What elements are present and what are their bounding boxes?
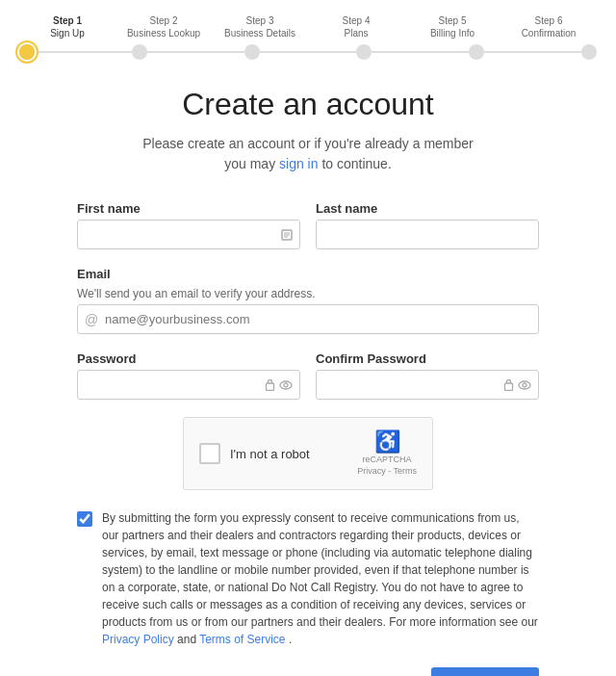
recaptcha-left: I'm not a robot xyxy=(199,443,310,464)
page-subtitle: Please create an account or if you're al… xyxy=(77,134,539,174)
track-1-2 xyxy=(35,51,132,53)
continue-row: Continue xyxy=(77,667,539,676)
consent-period: . xyxy=(289,633,292,646)
step-3: Step 3 Business Details xyxy=(212,15,308,39)
consent-row: By submitting the form you expressly con… xyxy=(77,509,539,648)
subtitle-part2: you may xyxy=(224,156,275,171)
last-name-group: Last name xyxy=(316,201,539,249)
terms-of-service-link[interactable]: Terms of Service xyxy=(199,633,285,646)
step-1-circle xyxy=(19,44,35,60)
email-label: Email xyxy=(77,267,539,281)
recaptcha-links[interactable]: Privacy - Terms xyxy=(357,466,417,476)
step-1: Step 1 Sign Up xyxy=(19,15,116,39)
step-5-circle xyxy=(469,44,484,60)
confirm-password-icons[interactable] xyxy=(503,378,531,391)
step-6-circle xyxy=(581,44,597,60)
last-name-label: Last name xyxy=(316,201,539,216)
svg-rect-7 xyxy=(505,383,513,391)
password-row: Password Confirm Password xyxy=(77,351,539,400)
last-name-input-wrapper xyxy=(316,220,539,249)
recaptcha-box[interactable]: I'm not a robot ♿ reCAPTCHA Privacy - Te… xyxy=(183,417,433,490)
email-input[interactable] xyxy=(77,304,539,334)
step-3-name: Business Details xyxy=(224,28,295,39)
recaptcha-logo: ♿ reCAPTCHA Privacy - Terms xyxy=(357,431,417,476)
confirm-password-label: Confirm Password xyxy=(316,351,539,366)
first-name-icon xyxy=(281,229,293,241)
track-5-6 xyxy=(484,51,581,53)
consent-and: and xyxy=(177,633,199,646)
subtitle-part1: Please create an account or if you're al… xyxy=(142,136,474,151)
recaptcha-label: I'm not a robot xyxy=(230,447,310,461)
step-3-number: Step 3 xyxy=(246,15,274,26)
first-name-group: First name xyxy=(77,201,300,249)
email-hint: We'll send you an email to verify your a… xyxy=(77,287,539,300)
step-4-circle xyxy=(356,44,372,60)
step-2-number: Step 2 xyxy=(150,15,178,26)
step-6: Step 6 Confirmation xyxy=(500,15,597,39)
recaptcha-checkbox[interactable] xyxy=(199,443,220,464)
first-name-input[interactable] xyxy=(77,220,300,249)
consent-checkbox[interactable] xyxy=(77,511,92,527)
consent-body: By submitting the form you expressly con… xyxy=(102,511,538,629)
email-row: Email We'll send you an email to verify … xyxy=(77,267,539,334)
step-4-number: Step 4 xyxy=(343,15,371,26)
main-form-area: Create an account Please create an accou… xyxy=(0,67,616,676)
step-1-number: Step 1 xyxy=(53,15,82,26)
svg-rect-4 xyxy=(267,383,274,391)
step-6-name: Confirmation xyxy=(522,28,577,39)
step-4-name: Plans xyxy=(344,28,368,39)
password-label: Password xyxy=(77,351,300,366)
confirm-password-input-wrapper xyxy=(316,370,539,400)
track-2-3 xyxy=(147,51,244,53)
at-icon: @ xyxy=(85,312,98,327)
step-4: Step 4 Plans xyxy=(308,15,404,39)
first-name-label: First name xyxy=(77,201,300,216)
page-title: Create an account xyxy=(77,87,539,122)
step-5: Step 5 Billing Info xyxy=(404,15,500,39)
svg-point-6 xyxy=(284,383,288,387)
consent-text: By submitting the form you expressly con… xyxy=(102,509,539,648)
recaptcha-brand: reCAPTCHA xyxy=(363,455,412,464)
subtitle-part3: to continue. xyxy=(321,156,391,171)
email-input-wrapper: @ xyxy=(77,304,539,334)
first-name-input-wrapper xyxy=(77,220,300,249)
recaptcha-logo-icon: ♿ xyxy=(374,431,400,453)
step-5-number: Step 5 xyxy=(439,15,467,26)
progress-bar: Step 1 Sign Up Step 2 Business Lookup St… xyxy=(0,0,616,67)
step-2: Step 2 Business Lookup xyxy=(116,15,212,39)
privacy-policy-link[interactable]: Privacy Policy xyxy=(102,633,174,646)
continue-button[interactable]: Continue xyxy=(431,667,539,676)
last-name-input[interactable] xyxy=(316,220,539,249)
track-4-5 xyxy=(372,51,469,53)
password-group: Password xyxy=(77,351,300,400)
password-input-wrapper xyxy=(77,370,300,400)
name-row: First name Last name xyxy=(77,201,539,249)
track-3-4 xyxy=(260,51,357,53)
step-6-number: Step 6 xyxy=(535,15,563,26)
svg-point-5 xyxy=(280,381,292,389)
step-1-name: Sign Up xyxy=(50,28,85,39)
step-5-name: Billing Info xyxy=(430,28,475,39)
confirm-password-group: Confirm Password xyxy=(316,351,539,400)
step-3-circle xyxy=(244,44,260,60)
step-2-circle xyxy=(132,44,147,60)
step-2-name: Business Lookup xyxy=(127,28,200,39)
svg-point-9 xyxy=(523,383,526,387)
svg-point-8 xyxy=(519,381,530,389)
email-group: Email We'll send you an email to verify … xyxy=(77,267,539,334)
password-icons[interactable] xyxy=(265,378,293,391)
sign-in-link[interactable]: sign in xyxy=(279,156,318,171)
